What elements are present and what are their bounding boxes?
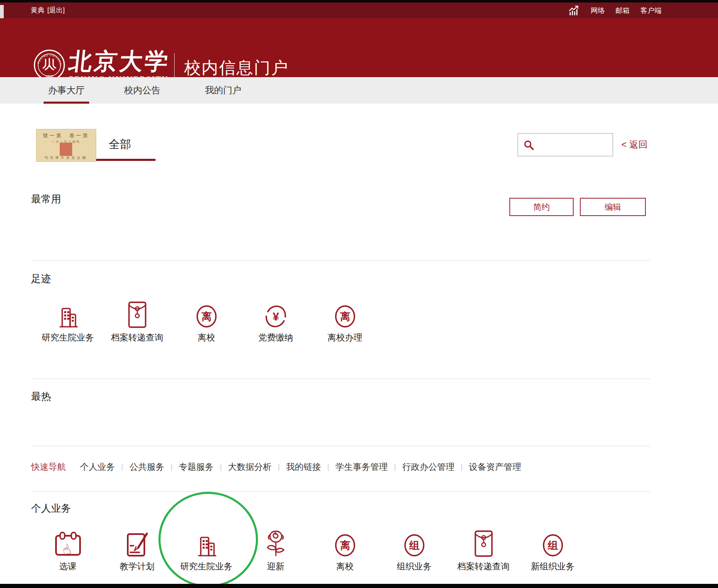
- separator: [327, 462, 329, 471]
- service-item-grad-school[interactable]: 研究生院业务: [33, 299, 102, 343]
- footprints-row: 研究生院业务 档案转递查询 离 离校 ¥ 党费缴纳 离 离校办理: [33, 299, 380, 343]
- section-title-most-used: 最常用: [31, 192, 61, 206]
- leave-seal-icon: 离: [195, 304, 218, 328]
- section-title-personal: 个人业务: [31, 502, 71, 515]
- quick-nav-special[interactable]: 专题服务: [179, 461, 214, 473]
- brand-header: PEKING UNIVERSITY 1898 北京大学 PEKING UNIVE…: [0, 18, 718, 77]
- personal-row: ☝ 选课 教学计划 研究生院业务 迎新 离 离校 组 组织业务 档案转递查询 组: [33, 527, 587, 572]
- main-tabbar: 办事大厅 校内公告 我的门户: [0, 77, 718, 104]
- edit-button[interactable]: 编辑: [580, 198, 646, 216]
- archive-envelope-icon: [127, 301, 148, 328]
- brand-chinese: 北京大学: [68, 50, 171, 73]
- service-item-leave-school[interactable]: 离 离校: [310, 527, 380, 572]
- simple-mode-button[interactable]: 简约: [509, 198, 574, 216]
- quick-nav-public[interactable]: 公共服务: [129, 461, 164, 473]
- trend-chart-icon: [569, 5, 580, 16]
- divider: [31, 491, 650, 492]
- leave-seal-icon: 离: [333, 533, 357, 557]
- svg-text:¥: ¥: [273, 310, 279, 323]
- quick-nav-bigdata[interactable]: 大数据分析: [228, 461, 272, 473]
- building-icon: [56, 305, 80, 328]
- service-item-leave-processing[interactable]: 离 离校办理: [310, 299, 380, 343]
- tab-my-portal[interactable]: 我的门户: [200, 77, 246, 104]
- topbar-link-mail[interactable]: 邮箱: [616, 6, 630, 15]
- logout-link[interactable]: [退出]: [47, 6, 65, 15]
- back-link[interactable]: < 返回: [621, 138, 647, 151]
- quick-nav-personal[interactable]: 个人业务: [80, 461, 115, 473]
- portal-page: 黄典 [退出] 网络 邮箱 客户端 PEKING UNIVERSITY 1898: [0, 0, 718, 588]
- thumbnail-text-bottom: 刊日學大京北立國: [37, 156, 96, 160]
- separator: [461, 462, 463, 471]
- service-item-org-business[interactable]: 组 组织业务: [380, 527, 449, 572]
- quick-nav-student-affairs[interactable]: 学生事务管理: [336, 461, 388, 473]
- tab-service-hall[interactable]: 办事大厅: [44, 77, 89, 104]
- pku-seal-logo: PEKING UNIVERSITY 1898: [33, 49, 66, 81]
- svg-text:离: 离: [340, 311, 350, 322]
- quick-nav-mylinks[interactable]: 我的链接: [286, 461, 321, 473]
- building-icon: [195, 534, 218, 557]
- org-seal-icon: 组: [541, 533, 565, 557]
- service-item-orientation[interactable]: 迎新: [241, 527, 310, 572]
- thumbnail-red-seal: [60, 143, 72, 156]
- thumbnail-text-top: 號一第 卷一第: [37, 132, 96, 139]
- search-input[interactable]: [536, 134, 613, 156]
- service-item-leave-school[interactable]: 离 离校: [172, 299, 241, 343]
- bottom-black-strip: [0, 584, 718, 588]
- tab-all-categories[interactable]: 全部: [109, 137, 131, 152]
- svg-text:组: 组: [409, 539, 419, 551]
- section-title-footprints: 足迹: [31, 272, 51, 285]
- yuan-seal-icon: ¥: [264, 304, 287, 328]
- tab-campus-notice[interactable]: 校内公告: [119, 77, 165, 104]
- divider: [31, 379, 650, 379]
- topbar-links: 网络 邮箱 客户端: [569, 2, 662, 18]
- journal-thumbnail: 號一第 卷一第 一月一年八國民 刊日學大京北立國: [36, 129, 96, 162]
- service-item-archive-transfer[interactable]: 档案转递查询: [449, 527, 518, 572]
- topbar-link-client[interactable]: 客户端: [640, 6, 662, 15]
- archive-envelope-icon: [473, 530, 494, 557]
- divider: [31, 260, 650, 261]
- svg-text:组: 组: [547, 539, 558, 551]
- search-box: [518, 133, 613, 156]
- user-name: 黄典: [31, 6, 44, 15]
- separator: [394, 462, 396, 471]
- quick-nav-label: 快速导航: [31, 461, 66, 473]
- separator: [170, 462, 173, 471]
- all-tab-underline: [96, 159, 156, 161]
- service-item-grad-school[interactable]: 研究生院业务: [172, 527, 241, 572]
- separator: [278, 462, 280, 471]
- calendar-pick-icon: ☝: [54, 532, 82, 557]
- service-item-course-select[interactable]: ☝ 选课: [33, 527, 102, 572]
- service-item-archive-transfer[interactable]: 档案转递查询: [102, 299, 172, 343]
- leave-seal-icon: 离: [333, 304, 357, 328]
- quick-nav: 快速导航 个人业务 公共服务 专题服务 大数据分析 我的链接 学生事务管理 行政…: [31, 461, 521, 473]
- svg-text:PEKING UNIVERSITY: PEKING UNIVERSITY: [33, 49, 62, 66]
- divider: [31, 446, 650, 446]
- portal-title: 校内信息门户: [184, 56, 289, 79]
- org-seal-icon: 组: [403, 533, 426, 557]
- separator: [121, 462, 123, 471]
- plan-pencil-icon: [125, 532, 149, 557]
- quick-nav-admin-office[interactable]: 行政办公管理: [402, 461, 455, 473]
- section-title-hottest: 最热: [31, 390, 51, 403]
- svg-text:离: 离: [340, 539, 350, 551]
- search-icon: [523, 140, 534, 151]
- top-utility-bar: 黄典 [退出] 网络 邮箱 客户端: [0, 2, 718, 18]
- quick-nav-equipment-assets[interactable]: 设备资产管理: [469, 461, 521, 473]
- header-divider: [174, 53, 175, 80]
- svg-text:离: 离: [201, 311, 212, 322]
- user-area: 黄典 [退出]: [31, 2, 65, 18]
- active-tab-underline: [44, 102, 89, 104]
- service-item-teaching-plan[interactable]: 教学计划: [102, 527, 172, 572]
- topbar-link-network[interactable]: 网络: [591, 6, 605, 15]
- service-item-party-fee[interactable]: ¥ 党费缴纳: [241, 299, 310, 343]
- flower-icon: [264, 530, 287, 557]
- separator: [220, 462, 222, 471]
- service-item-new-org-business[interactable]: 组 新组织业务: [518, 527, 587, 572]
